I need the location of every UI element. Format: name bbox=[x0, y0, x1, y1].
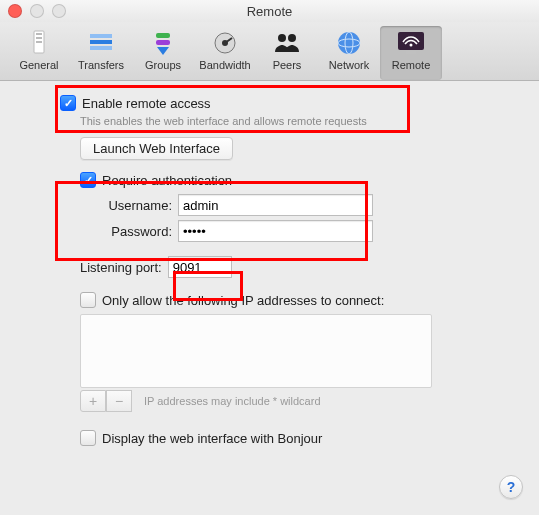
listening-port-label: Listening port: bbox=[80, 260, 162, 275]
only-allow-ip-label: Only allow the following IP addresses to… bbox=[102, 293, 384, 308]
peers-icon bbox=[256, 28, 318, 58]
remove-ip-button[interactable]: − bbox=[106, 390, 132, 412]
tab-label: General bbox=[8, 59, 70, 71]
username-label: Username: bbox=[80, 198, 172, 213]
enable-remote-checkbox[interactable] bbox=[60, 95, 76, 111]
tab-general[interactable]: General bbox=[8, 26, 70, 80]
svg-point-14 bbox=[288, 34, 296, 42]
svg-rect-8 bbox=[156, 40, 170, 45]
ip-hint: IP addresses may include * wildcard bbox=[144, 395, 321, 407]
svg-marker-9 bbox=[157, 47, 169, 55]
tab-remote[interactable]: Remote bbox=[380, 26, 442, 80]
tab-label: Network bbox=[318, 59, 380, 71]
launch-web-interface-button[interactable]: Launch Web Interface bbox=[80, 137, 233, 160]
tab-transfers[interactable]: Transfers bbox=[70, 26, 132, 80]
svg-rect-4 bbox=[90, 40, 112, 44]
ip-address-list[interactable] bbox=[80, 314, 432, 388]
svg-rect-19 bbox=[406, 51, 416, 54]
network-icon bbox=[318, 28, 380, 58]
svg-point-15 bbox=[338, 32, 360, 54]
bonjour-checkbox[interactable] bbox=[80, 430, 96, 446]
tab-label: Remote bbox=[380, 59, 442, 71]
tab-label: Bandwidth bbox=[194, 59, 256, 71]
only-allow-ip-checkbox[interactable] bbox=[80, 292, 96, 308]
preferences-window: Remote General Transfers Groups Bandwid bbox=[0, 0, 539, 515]
svg-rect-2 bbox=[36, 37, 42, 39]
tab-label: Groups bbox=[132, 59, 194, 71]
enable-remote-description: This enables the web interface and allow… bbox=[80, 115, 521, 127]
require-auth-label: Require authentication bbox=[102, 173, 232, 188]
groups-icon bbox=[132, 28, 194, 58]
general-icon bbox=[8, 28, 70, 58]
bandwidth-icon bbox=[194, 28, 256, 58]
svg-rect-5 bbox=[90, 34, 112, 38]
password-field[interactable] bbox=[178, 220, 373, 242]
svg-point-20 bbox=[410, 44, 413, 47]
preferences-toolbar: General Transfers Groups Bandwidth Peers bbox=[0, 22, 539, 81]
tab-bandwidth[interactable]: Bandwidth bbox=[194, 26, 256, 80]
bonjour-label: Display the web interface with Bonjour bbox=[102, 431, 322, 446]
titlebar: Remote bbox=[0, 0, 539, 22]
tab-label: Peers bbox=[256, 59, 318, 71]
password-label: Password: bbox=[80, 224, 172, 239]
tab-label: Transfers bbox=[70, 59, 132, 71]
add-ip-button[interactable]: + bbox=[80, 390, 106, 412]
listening-port-field[interactable] bbox=[168, 256, 232, 278]
tab-peers[interactable]: Peers bbox=[256, 26, 318, 80]
svg-point-13 bbox=[278, 34, 286, 42]
svg-rect-6 bbox=[90, 46, 112, 50]
remote-pane: Enable remote access This enables the we… bbox=[0, 81, 539, 462]
svg-rect-7 bbox=[156, 33, 170, 38]
transfers-icon bbox=[70, 28, 132, 58]
tab-network[interactable]: Network bbox=[318, 26, 380, 80]
help-button[interactable]: ? bbox=[499, 475, 523, 499]
username-field[interactable] bbox=[178, 194, 373, 216]
remote-icon bbox=[380, 28, 442, 58]
window-title: Remote bbox=[0, 4, 539, 19]
svg-rect-1 bbox=[36, 33, 42, 35]
require-auth-checkbox[interactable] bbox=[80, 172, 96, 188]
tab-groups[interactable]: Groups bbox=[132, 26, 194, 80]
enable-remote-label: Enable remote access bbox=[82, 96, 211, 111]
svg-rect-3 bbox=[36, 41, 42, 43]
